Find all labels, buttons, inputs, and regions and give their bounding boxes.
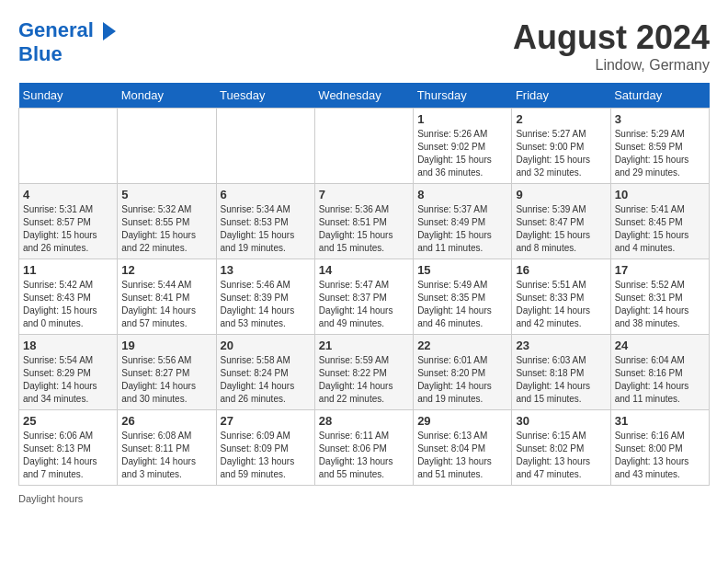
day-number: 27 bbox=[221, 414, 311, 428]
day-of-week-header: Tuesday bbox=[216, 83, 314, 109]
day-info: Sunrise: 6:13 AM Sunset: 8:04 PM Dayligh… bbox=[417, 430, 507, 481]
day-of-week-header: Sunday bbox=[19, 83, 118, 109]
calendar-day-cell: 23Sunrise: 6:03 AM Sunset: 8:18 PM Dayli… bbox=[512, 335, 610, 410]
day-number: 12 bbox=[121, 263, 211, 277]
calendar-day-cell: 2Sunrise: 5:27 AM Sunset: 9:00 PM Daylig… bbox=[512, 109, 610, 184]
day-number: 21 bbox=[319, 339, 409, 352]
day-info: Sunrise: 5:49 AM Sunset: 8:35 PM Dayligh… bbox=[417, 279, 507, 330]
calendar-week-row: 25Sunrise: 6:06 AM Sunset: 8:13 PM Dayli… bbox=[19, 410, 710, 486]
footer: Daylight hours bbox=[18, 493, 710, 504]
day-number: 9 bbox=[516, 188, 606, 201]
calendar-table: SundayMondayTuesdayWednesdayThursdayFrid… bbox=[18, 83, 710, 486]
day-info: Sunrise: 6:06 AM Sunset: 8:13 PM Dayligh… bbox=[23, 430, 113, 481]
calendar-day-cell: 19Sunrise: 5:56 AM Sunset: 8:27 PM Dayli… bbox=[118, 335, 216, 410]
calendar-day-cell: 5Sunrise: 5:32 AM Sunset: 8:55 PM Daylig… bbox=[118, 184, 216, 259]
logo: General Blue bbox=[18, 18, 116, 67]
daylight-label: Daylight hours bbox=[18, 493, 83, 504]
day-info: Sunrise: 5:54 AM Sunset: 8:29 PM Dayligh… bbox=[23, 354, 113, 406]
logo-general: General bbox=[18, 18, 94, 41]
day-info: Sunrise: 5:27 AM Sunset: 9:00 PM Dayligh… bbox=[516, 128, 606, 179]
day-number: 24 bbox=[615, 339, 705, 352]
location-subtitle: Lindow, Germany bbox=[513, 57, 710, 74]
calendar-day-cell: 22Sunrise: 6:01 AM Sunset: 8:20 PM Dayli… bbox=[414, 335, 512, 410]
day-number: 31 bbox=[615, 414, 705, 428]
day-info: Sunrise: 5:59 AM Sunset: 8:22 PM Dayligh… bbox=[319, 354, 409, 406]
day-of-week-header: Monday bbox=[118, 83, 216, 109]
calendar-day-cell: 15Sunrise: 5:49 AM Sunset: 8:35 PM Dayli… bbox=[414, 259, 512, 335]
logo-arrow-icon bbox=[103, 22, 116, 40]
page-header: General Blue August 2024 Lindow, Germany bbox=[18, 18, 710, 74]
day-number: 8 bbox=[417, 188, 507, 201]
calendar-day-cell: 24Sunrise: 6:04 AM Sunset: 8:16 PM Dayli… bbox=[610, 335, 709, 410]
day-number: 25 bbox=[23, 414, 113, 428]
calendar-day-cell: 28Sunrise: 6:11 AM Sunset: 8:06 PM Dayli… bbox=[314, 410, 413, 486]
day-info: Sunrise: 5:31 AM Sunset: 8:57 PM Dayligh… bbox=[23, 203, 113, 255]
day-info: Sunrise: 5:52 AM Sunset: 8:31 PM Dayligh… bbox=[615, 279, 705, 330]
day-of-week-header: Saturday bbox=[610, 83, 709, 109]
day-number: 5 bbox=[121, 188, 211, 201]
calendar-week-row: 11Sunrise: 5:42 AM Sunset: 8:43 PM Dayli… bbox=[19, 259, 710, 335]
day-info: Sunrise: 6:01 AM Sunset: 8:20 PM Dayligh… bbox=[417, 354, 507, 406]
calendar-day-cell bbox=[19, 109, 118, 184]
month-year-title: August 2024 bbox=[513, 18, 710, 57]
day-info: Sunrise: 5:51 AM Sunset: 8:33 PM Dayligh… bbox=[516, 279, 606, 330]
calendar-week-row: 4Sunrise: 5:31 AM Sunset: 8:57 PM Daylig… bbox=[19, 184, 710, 259]
day-number: 28 bbox=[319, 414, 409, 428]
day-info: Sunrise: 5:36 AM Sunset: 8:51 PM Dayligh… bbox=[319, 203, 409, 255]
day-info: Sunrise: 6:04 AM Sunset: 8:16 PM Dayligh… bbox=[615, 354, 705, 406]
calendar-day-cell bbox=[216, 109, 314, 184]
day-of-week-header: Wednesday bbox=[314, 83, 413, 109]
day-info: Sunrise: 5:56 AM Sunset: 8:27 PM Dayligh… bbox=[121, 354, 211, 406]
day-info: Sunrise: 5:42 AM Sunset: 8:43 PM Dayligh… bbox=[23, 279, 113, 330]
day-number: 15 bbox=[417, 263, 507, 277]
day-number: 10 bbox=[615, 188, 705, 201]
day-number: 2 bbox=[516, 112, 606, 126]
calendar-day-cell: 21Sunrise: 5:59 AM Sunset: 8:22 PM Dayli… bbox=[314, 335, 413, 410]
day-number: 6 bbox=[221, 188, 311, 201]
day-info: Sunrise: 5:41 AM Sunset: 8:45 PM Dayligh… bbox=[615, 203, 705, 255]
day-info: Sunrise: 6:03 AM Sunset: 8:18 PM Dayligh… bbox=[516, 354, 606, 406]
day-info: Sunrise: 6:08 AM Sunset: 8:11 PM Dayligh… bbox=[121, 430, 211, 481]
calendar-day-cell: 7Sunrise: 5:36 AM Sunset: 8:51 PM Daylig… bbox=[314, 184, 413, 259]
calendar-day-cell: 25Sunrise: 6:06 AM Sunset: 8:13 PM Dayli… bbox=[19, 410, 118, 486]
calendar-day-cell: 27Sunrise: 6:09 AM Sunset: 8:09 PM Dayli… bbox=[216, 410, 314, 486]
day-number: 14 bbox=[319, 263, 409, 277]
calendar-header-row: SundayMondayTuesdayWednesdayThursdayFrid… bbox=[19, 83, 710, 109]
calendar-day-cell: 12Sunrise: 5:44 AM Sunset: 8:41 PM Dayli… bbox=[118, 259, 216, 335]
calendar-day-cell bbox=[314, 109, 413, 184]
day-info: Sunrise: 5:32 AM Sunset: 8:55 PM Dayligh… bbox=[121, 203, 211, 255]
calendar-day-cell: 29Sunrise: 6:13 AM Sunset: 8:04 PM Dayli… bbox=[414, 410, 512, 486]
day-number: 20 bbox=[221, 339, 311, 352]
day-number: 1 bbox=[417, 112, 507, 126]
day-number: 17 bbox=[615, 263, 705, 277]
day-number: 26 bbox=[121, 414, 211, 428]
calendar-day-cell: 9Sunrise: 5:39 AM Sunset: 8:47 PM Daylig… bbox=[512, 184, 610, 259]
day-info: Sunrise: 5:39 AM Sunset: 8:47 PM Dayligh… bbox=[516, 203, 606, 255]
day-number: 19 bbox=[121, 339, 211, 352]
day-number: 23 bbox=[516, 339, 606, 352]
calendar-day-cell: 31Sunrise: 6:16 AM Sunset: 8:00 PM Dayli… bbox=[610, 410, 709, 486]
calendar-day-cell: 26Sunrise: 6:08 AM Sunset: 8:11 PM Dayli… bbox=[118, 410, 216, 486]
logo-blue: Blue bbox=[18, 42, 116, 66]
day-number: 13 bbox=[221, 263, 311, 277]
day-info: Sunrise: 6:11 AM Sunset: 8:06 PM Dayligh… bbox=[319, 430, 409, 481]
day-info: Sunrise: 5:29 AM Sunset: 8:59 PM Dayligh… bbox=[615, 128, 705, 179]
day-number: 22 bbox=[417, 339, 507, 352]
calendar-day-cell bbox=[118, 109, 216, 184]
day-number: 16 bbox=[516, 263, 606, 277]
day-number: 4 bbox=[23, 188, 113, 201]
calendar-day-cell: 20Sunrise: 5:58 AM Sunset: 8:24 PM Dayli… bbox=[216, 335, 314, 410]
day-number: 29 bbox=[417, 414, 507, 428]
day-info: Sunrise: 5:58 AM Sunset: 8:24 PM Dayligh… bbox=[221, 354, 311, 406]
calendar-day-cell: 4Sunrise: 5:31 AM Sunset: 8:57 PM Daylig… bbox=[19, 184, 118, 259]
title-block: August 2024 Lindow, Germany bbox=[513, 18, 710, 74]
day-info: Sunrise: 5:34 AM Sunset: 8:53 PM Dayligh… bbox=[221, 203, 311, 255]
day-number: 30 bbox=[516, 414, 606, 428]
calendar-day-cell: 10Sunrise: 5:41 AM Sunset: 8:45 PM Dayli… bbox=[610, 184, 709, 259]
calendar-day-cell: 11Sunrise: 5:42 AM Sunset: 8:43 PM Dayli… bbox=[19, 259, 118, 335]
calendar-day-cell: 6Sunrise: 5:34 AM Sunset: 8:53 PM Daylig… bbox=[216, 184, 314, 259]
day-number: 3 bbox=[615, 112, 705, 126]
calendar-week-row: 1Sunrise: 5:26 AM Sunset: 9:02 PM Daylig… bbox=[19, 109, 710, 184]
calendar-day-cell: 8Sunrise: 5:37 AM Sunset: 8:49 PM Daylig… bbox=[414, 184, 512, 259]
calendar-day-cell: 14Sunrise: 5:47 AM Sunset: 8:37 PM Dayli… bbox=[314, 259, 413, 335]
